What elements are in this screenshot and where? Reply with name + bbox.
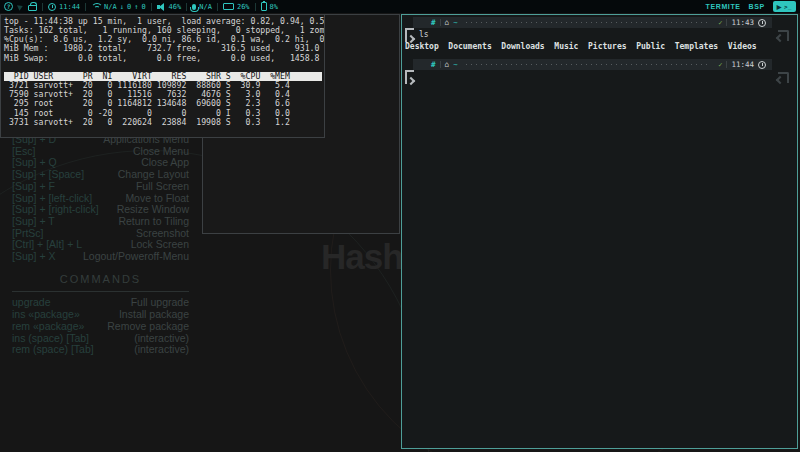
status-check-icon: ✓ xyxy=(718,19,722,27)
statusbar-right: TERMITE BSP ▶ >_ xyxy=(706,1,796,12)
prompt-path: ~ xyxy=(453,60,458,69)
network-status: N/A xyxy=(104,3,117,11)
upload-rate: 0 xyxy=(141,3,145,11)
speaker-icon xyxy=(157,3,166,11)
download-rate: 0 xyxy=(127,3,131,11)
prompt-time: 11:44 xyxy=(731,60,754,69)
pointer-icon[interactable] xyxy=(17,3,24,11)
volume-widget[interactable]: 46% xyxy=(157,3,182,11)
prompt-dotted-filler xyxy=(466,22,710,23)
statusbar-separator xyxy=(151,3,152,11)
command-text: ls xyxy=(419,30,429,39)
prompt-user-symbol: # xyxy=(431,60,436,69)
keybinding-cheatsheet: [Sup] + DApplications Menu [Esc]Close Me… xyxy=(12,134,189,356)
prompt-divider xyxy=(440,19,441,26)
statusbar-time: 11:44 xyxy=(59,3,80,11)
statusbar-separator xyxy=(42,3,43,11)
status-check-icon: ✓ xyxy=(718,61,722,69)
home-icon: ⌂ xyxy=(445,19,450,27)
battery-widget[interactable]: 8% xyxy=(261,2,278,11)
prompt-dotted-filler xyxy=(466,64,710,65)
statusbar-separator xyxy=(217,3,218,11)
prompt-user-symbol: # xyxy=(431,18,436,27)
mic-status: N/A xyxy=(199,3,212,11)
wifi-icon xyxy=(91,3,101,10)
ls-output: Desktop Documents Downloads Music Pictur… xyxy=(405,42,757,51)
top-summary-line: MiB Swap: 0.0 total, 0.0 free, 0.0 used,… xyxy=(4,54,324,63)
network-widget[interactable]: N/A ↓ 0 ↑ 0 xyxy=(91,3,146,11)
status-bar: ? 11:44 N/A ↓ 0 ↑ 0 46% N/A 26% xyxy=(0,0,800,13)
terminal-prompt-icon: >_ xyxy=(784,4,792,10)
cheatsheet-row: [Sup] + XLogout/Poweroff-Menu xyxy=(12,251,189,263)
wallpaper-watermark: Hash xyxy=(321,237,403,277)
cheatsheet-row: [Sup] + FFull Screen xyxy=(12,181,189,193)
battery-level: 8% xyxy=(270,3,278,11)
prompt-time: 11:43 xyxy=(731,18,754,27)
download-arrow-icon: ↓ xyxy=(120,3,124,11)
prompt-bracket-icon xyxy=(405,70,414,84)
battery-icon xyxy=(261,2,267,11)
upload-arrow-icon: ↑ xyxy=(134,3,138,11)
help-icon[interactable]: ? xyxy=(4,2,13,11)
cheatsheet-command-row: rem «package»Remove package xyxy=(12,321,189,333)
return-arrow-icon xyxy=(777,72,789,85)
cheatsheet-divider xyxy=(12,291,189,292)
focused-terminal-window[interactable]: # ⌂ ~ ✓ 11:43 ls Desktop Documents Downl… xyxy=(401,14,798,449)
prompt-divider xyxy=(726,61,727,68)
clock-icon xyxy=(758,19,766,27)
terminal-launcher-button[interactable]: ▶ >_ xyxy=(773,1,796,12)
top-process-row: 3731 sarvott+ 20 0 220624 23884 19908 S … xyxy=(4,118,324,127)
return-arrow-icon xyxy=(777,30,789,43)
cheatsheet-command-row: rem (space) [Tab](interactive) xyxy=(12,344,189,356)
layout-mode-label[interactable]: BSP xyxy=(749,3,765,10)
clock-widget[interactable]: 11:44 xyxy=(48,3,80,11)
terminal-content: # ⌂ ~ ✓ 11:43 ls Desktop Documents Downl… xyxy=(402,15,797,448)
statusbar-separator xyxy=(85,3,86,11)
prompt-bar: # ⌂ ~ ✓ 11:44 xyxy=(413,59,772,70)
prompt-divider xyxy=(726,19,727,26)
prompt-bar: # ⌂ ~ ✓ 11:43 xyxy=(413,17,772,28)
statusbar-separator xyxy=(255,3,256,11)
play-icon: ▶ xyxy=(777,3,782,10)
prompt-divider xyxy=(440,61,441,68)
desktop: Hash [Sup] + DApplications Menu [Esc]Clo… xyxy=(0,0,800,452)
package-icon[interactable] xyxy=(28,5,37,11)
volume-level: 46% xyxy=(169,3,182,11)
cheatsheet-commands-title: COMMANDS xyxy=(12,274,189,286)
mic-widget[interactable]: N/A xyxy=(192,3,212,11)
terminal-name-label[interactable]: TERMITE xyxy=(706,3,741,10)
brightness-widget[interactable]: 26% xyxy=(223,3,250,11)
prompt-path: ~ xyxy=(453,18,458,27)
clock-icon xyxy=(48,3,56,11)
statusbar-separator xyxy=(186,3,187,11)
cheatsheet-row: [Sup] + TReturn to Tiling xyxy=(12,216,189,228)
clock-icon xyxy=(758,61,766,69)
home-icon: ⌂ xyxy=(445,61,450,69)
prompt-bracket-icon xyxy=(405,28,414,42)
microphone-icon xyxy=(192,4,196,10)
top-terminal-window[interactable]: top - 11:44:38 up 15 min, 1 user, load a… xyxy=(0,14,325,138)
display-icon xyxy=(223,3,234,10)
brightness-level: 26% xyxy=(237,3,250,11)
